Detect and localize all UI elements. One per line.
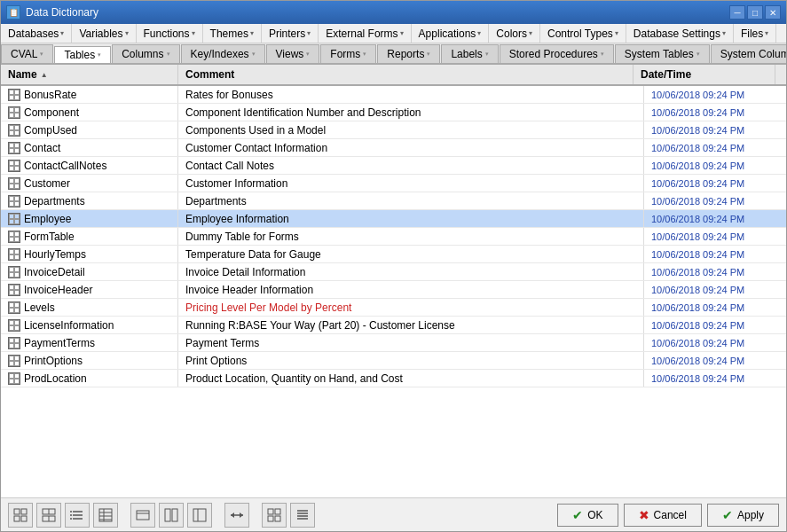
tab-labels[interactable]: Labels bbox=[441, 44, 498, 63]
toolbar-panel-icon[interactable] bbox=[187, 503, 212, 528]
cancel-label: Cancel bbox=[654, 509, 687, 521]
tab-system-columns[interactable]: System Columns bbox=[711, 44, 786, 63]
menu-external-forms[interactable]: External Forms bbox=[319, 24, 411, 43]
svg-point-13 bbox=[70, 518, 72, 520]
cell-name: PaymentTerms bbox=[1, 334, 178, 351]
table-row[interactable]: Levels Pricing Level Per Model by Percen… bbox=[1, 299, 786, 317]
cell-comment: Running R:BASE Your Way (Part 20) - Cust… bbox=[178, 317, 644, 333]
scrollbar-header bbox=[775, 65, 786, 84]
menu-themes[interactable]: Themes bbox=[203, 24, 262, 43]
col-header-name[interactable]: Name ▲ bbox=[1, 65, 178, 84]
table-row[interactable]: BonusRate Rates for Bonuses 10/06/2018 0… bbox=[1, 86, 786, 104]
table-row[interactable]: Component Component Identification Numbe… bbox=[1, 104, 786, 121]
col-comment-label: Comment bbox=[185, 68, 234, 81]
ok-button[interactable]: ✔ OK bbox=[557, 504, 618, 527]
tab-tables[interactable]: Tables bbox=[54, 46, 111, 65]
table-row[interactable]: InvoiceDetail Invoice Detail Information… bbox=[1, 263, 786, 281]
table-row[interactable]: Departments Departments 10/06/2018 09:24… bbox=[1, 192, 786, 210]
footer-toolbar bbox=[8, 503, 315, 528]
table-row[interactable]: Employee Employee Information 10/06/2018… bbox=[1, 210, 786, 228]
table-header: Name ▲ Comment Date/Time bbox=[1, 65, 786, 86]
table-row[interactable]: FormTable Dummy Table for Forms 10/06/20… bbox=[1, 228, 786, 246]
toolbar-list-icon[interactable] bbox=[65, 503, 90, 528]
tab-views[interactable]: Views bbox=[266, 44, 320, 63]
toolbar-grid2-icon[interactable] bbox=[36, 503, 61, 528]
table-row[interactable]: HourlyTemps Temperature Data for Gauge 1… bbox=[1, 246, 786, 263]
apply-button[interactable]: ✔ Apply bbox=[707, 504, 779, 527]
title-bar: 📋 Data Dictionary ─ □ ✕ bbox=[1, 1, 786, 24]
app-icon: 📋 bbox=[6, 5, 20, 20]
table-row-icon bbox=[8, 266, 20, 278]
table-row[interactable]: ProdLocation Product Location, Quantity … bbox=[1, 370, 786, 387]
table-row-icon bbox=[8, 319, 20, 332]
tab-stored-procedures[interactable]: Stored Procedures bbox=[500, 44, 614, 63]
col-header-datetime[interactable]: Date/Time bbox=[634, 65, 775, 84]
toolbar-window-icon[interactable] bbox=[130, 503, 155, 528]
close-button[interactable]: ✕ bbox=[765, 5, 781, 20]
minimize-button[interactable]: ─ bbox=[729, 5, 745, 20]
toolbar-arrows-icon[interactable] bbox=[224, 503, 249, 528]
table-row[interactable]: LicenseInformation Running R:BASE Your W… bbox=[1, 317, 786, 334]
table-row[interactable]: PrintOptions Print Options 10/06/2018 09… bbox=[1, 352, 786, 370]
menu-databases[interactable]: Databases bbox=[1, 24, 72, 43]
sort-indicator: ▲ bbox=[41, 71, 48, 79]
cell-datetime: 10/06/2018 09:24 PM bbox=[644, 299, 786, 316]
svg-rect-2 bbox=[14, 516, 20, 521]
table-row-icon bbox=[8, 355, 20, 367]
cell-datetime: 10/06/2018 09:24 PM bbox=[644, 192, 786, 209]
menu-control-types[interactable]: Control Types bbox=[540, 24, 626, 43]
toolbar-table-icon[interactable] bbox=[93, 503, 118, 528]
maximize-button[interactable]: □ bbox=[747, 5, 763, 20]
table-row[interactable]: Contact Customer Contact Information 10/… bbox=[1, 139, 786, 157]
col-header-comment[interactable]: Comment bbox=[178, 65, 634, 84]
cell-datetime: 10/06/2018 09:24 PM bbox=[644, 263, 786, 280]
table-row[interactable]: PaymentTerms Payment Terms 10/06/2018 09… bbox=[1, 334, 786, 352]
menu-functions[interactable]: Functions bbox=[137, 24, 203, 43]
svg-rect-28 bbox=[268, 509, 273, 514]
cell-name: BonusRate bbox=[1, 86, 178, 103]
cell-name: Component bbox=[1, 104, 178, 121]
toolbar-split-icon[interactable] bbox=[159, 503, 184, 528]
menu-files[interactable]: Files bbox=[734, 24, 776, 43]
cell-name: ProdLocation bbox=[1, 370, 178, 387]
menu-colors[interactable]: Colors bbox=[489, 24, 540, 43]
cell-name: HourlyTemps bbox=[1, 246, 178, 262]
menu-database-settings[interactable]: Database Settings bbox=[626, 24, 734, 43]
cell-datetime: 10/06/2018 09:24 PM bbox=[644, 352, 786, 369]
cell-name: LicenseInformation bbox=[1, 317, 178, 333]
toolbar-lines-icon[interactable] bbox=[290, 503, 315, 528]
content-area: Name ▲ Comment Date/Time BonusRate Rates… bbox=[1, 65, 786, 497]
cell-datetime: 10/06/2018 09:24 PM bbox=[644, 334, 786, 351]
window-title: Data Dictionary bbox=[26, 6, 98, 19]
tab-cval[interactable]: CVAL bbox=[1, 44, 53, 63]
cell-comment: Temperature Data for Gauge bbox=[178, 246, 644, 262]
table-row[interactable]: InvoiceHeader Invoice Header Information… bbox=[1, 281, 786, 299]
table-row[interactable]: Customer Customer Information 10/06/2018… bbox=[1, 175, 786, 192]
menu-printers[interactable]: Printers bbox=[262, 24, 319, 43]
toolbar-grid3-icon[interactable] bbox=[262, 503, 287, 528]
menu-variables[interactable]: Variables bbox=[72, 24, 136, 43]
tab-forms[interactable]: Forms bbox=[320, 44, 376, 63]
table-row[interactable]: ContactCallNotes Contact Call Notes 10/0… bbox=[1, 157, 786, 175]
tab-columns[interactable]: Columns bbox=[112, 44, 179, 63]
footer-action-buttons: ✔ OK ✖ Cancel ✔ Apply bbox=[557, 504, 779, 527]
cell-comment: Print Options bbox=[178, 352, 644, 369]
cancel-button[interactable]: ✖ Cancel bbox=[624, 504, 702, 527]
tab-reports[interactable]: Reports bbox=[377, 44, 440, 63]
main-window: 📋 Data Dictionary ─ □ ✕ Databases Variab… bbox=[0, 0, 787, 532]
table-row-icon bbox=[8, 177, 20, 190]
table-row[interactable]: CompUsed Components Used in a Model 10/0… bbox=[1, 121, 786, 139]
svg-rect-19 bbox=[137, 511, 149, 520]
ok-checkmark-icon: ✔ bbox=[572, 508, 583, 522]
cell-datetime: 10/06/2018 09:24 PM bbox=[644, 317, 786, 333]
col-datetime-label: Date/Time bbox=[641, 68, 691, 81]
menu-applications[interactable]: Applications bbox=[412, 24, 490, 43]
table-body[interactable]: BonusRate Rates for Bonuses 10/06/2018 0… bbox=[1, 86, 786, 497]
cell-datetime: 10/06/2018 09:24 PM bbox=[644, 121, 786, 138]
toolbar-grid-icon[interactable] bbox=[8, 503, 33, 528]
cell-datetime: 10/06/2018 09:24 PM bbox=[644, 210, 786, 227]
cell-datetime: 10/06/2018 09:24 PM bbox=[644, 175, 786, 192]
cell-name: CompUsed bbox=[1, 121, 178, 138]
tab-key-indexes[interactable]: Key/Indexes bbox=[181, 44, 265, 63]
tab-system-tables[interactable]: System Tables bbox=[615, 44, 710, 63]
